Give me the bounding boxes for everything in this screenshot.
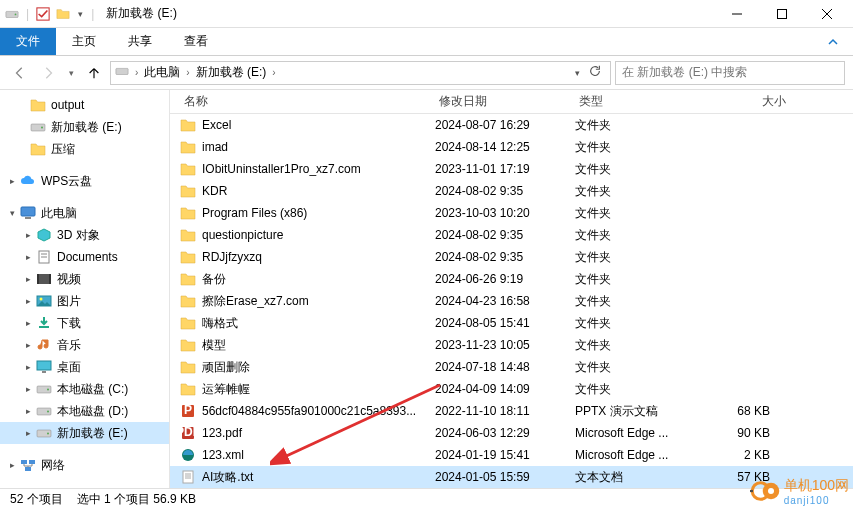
qat-dropdown-icon[interactable]: ▾ [75,6,85,22]
refresh-button[interactable] [584,64,606,81]
tab-file[interactable]: 文件 [0,28,56,55]
col-size[interactable]: 大小 [700,93,790,110]
expander-icon[interactable]: ▸ [22,274,34,284]
navigation-pane[interactable]: output新加载卷 (E:)压缩 ▸ WPS云盘 ▾ 此电脑 ▸3D 对象▸D… [0,90,170,488]
file-date: 2024-08-05 15:41 [435,316,575,330]
tree-this-pc[interactable]: ▾ 此电脑 [0,202,169,224]
tree-pc-item[interactable]: ▸桌面 [0,356,169,378]
tree-pc-item[interactable]: ▸本地磁盘 (C:) [0,378,169,400]
svg-rect-20 [39,326,49,328]
expander-icon[interactable]: ▸ [6,460,18,470]
close-button[interactable] [804,0,849,28]
tab-home[interactable]: 主页 [56,28,112,55]
file-row[interactable]: 顽固删除2024-07-18 14:48文件夹 [170,356,853,378]
drive-icon [4,6,20,22]
navbar: ▾ › 此电脑 › 新加载卷 (E:) › ▾ 在 新加载卷 (E:) 中搜索 [0,56,853,90]
tree-quick-item[interactable]: 新加载卷 (E:) [0,116,169,138]
tree-quick-item[interactable]: output [0,94,169,116]
col-name[interactable]: 名称 [180,93,435,110]
file-row[interactable]: 备份2024-06-26 9:19文件夹 [170,268,853,290]
up-button[interactable] [82,61,106,85]
expander-icon[interactable]: ▸ [22,318,34,328]
tree-network[interactable]: ▸ 网络 [0,454,169,476]
file-list[interactable]: Excel2024-08-07 16:29文件夹imad2024-08-14 1… [170,114,853,488]
file-date: 2024-08-14 12:25 [435,140,575,154]
docs-icon [36,249,52,265]
tree-pc-item[interactable]: ▸视频 [0,268,169,290]
file-row[interactable]: Excel2024-08-07 16:29文件夹 [170,114,853,136]
tab-view[interactable]: 查看 [168,28,224,55]
tree-pc-item[interactable]: ▸本地磁盘 (D:) [0,400,169,422]
expander-icon[interactable]: ▸ [22,252,34,262]
recent-dropdown[interactable]: ▾ [64,61,78,85]
maximize-button[interactable] [759,0,804,28]
address-bar[interactable]: › 此电脑 › 新加载卷 (E:) › ▾ [110,61,611,85]
file-name: 56dcf04884c955fa901000c21c5a8393... [202,404,435,418]
expander-icon[interactable]: ▸ [22,428,34,438]
breadcrumb-current[interactable]: 新加载卷 (E:) [196,64,267,81]
tree-label: output [51,98,84,112]
chevron-right-icon[interactable]: › [186,67,189,78]
tree-wps[interactable]: ▸ WPS云盘 [0,170,169,192]
tab-share[interactable]: 共享 [112,28,168,55]
tree-label: 新加载卷 (E:) [51,119,122,136]
minimize-button[interactable] [714,0,759,28]
expander-icon[interactable]: ▸ [22,406,34,416]
col-date[interactable]: 修改日期 [435,93,575,110]
expander-icon[interactable]: ▸ [22,340,34,350]
expander-icon[interactable]: ▾ [6,208,18,218]
file-row[interactable]: Program Files (x86)2023-10-03 10:20文件夹 [170,202,853,224]
file-row[interactable]: P56dcf04884c955fa901000c21c5a8393...2022… [170,400,853,422]
tree-pc-item[interactable]: ▸Documents [0,246,169,268]
tree-pc-item[interactable]: ▸下载 [0,312,169,334]
breadcrumb-root[interactable]: 此电脑 [144,64,180,81]
search-input[interactable]: 在 新加载卷 (E:) 中搜索 [615,61,845,85]
expander-icon[interactable]: ▸ [6,176,18,186]
file-row[interactable]: RDJjfzyxzq2024-08-02 9:35文件夹 [170,246,853,268]
file-row[interactable]: questionpicture2024-08-02 9:35文件夹 [170,224,853,246]
svg-rect-4 [777,9,786,18]
checkbox-icon[interactable] [35,6,51,22]
expander-icon[interactable]: ▸ [22,362,34,372]
file-row[interactable]: 擦除Erase_xz7.com2024-04-23 16:58文件夹 [170,290,853,312]
tree-label: Documents [57,250,118,264]
tree-label: 下载 [57,315,81,332]
expander-icon[interactable]: ▸ [22,296,34,306]
file-date: 2024-04-09 14:09 [435,382,575,396]
folder-icon [180,227,196,243]
qat-folder-icon[interactable] [55,6,71,22]
pc-icon [20,205,36,221]
dropdown-icon[interactable]: ▾ [575,68,580,78]
tree-pc-item[interactable]: ▸音乐 [0,334,169,356]
folder-icon [180,293,196,309]
tree-pc-item[interactable]: ▸3D 对象 [0,224,169,246]
ribbon-expand-button[interactable] [813,28,853,55]
file-row[interactable]: 嗨格式2024-08-05 15:41文件夹 [170,312,853,334]
svg-point-44 [768,488,774,494]
file-date: 2024-08-02 9:35 [435,184,575,198]
file-row[interactable]: 123.xml2024-01-19 15:41Microsoft Edge ..… [170,444,853,466]
back-button[interactable] [8,61,32,85]
file-name: 运筹帷幄 [202,381,435,398]
file-row[interactable]: PDF123.pdf2024-06-03 12:29Microsoft Edge… [170,422,853,444]
watermark-brand: 单机100网 [784,477,849,495]
tree-pc-item[interactable]: ▸图片 [0,290,169,312]
file-row[interactable]: imad2024-08-14 12:25文件夹 [170,136,853,158]
chevron-right-icon[interactable]: › [272,67,275,78]
column-header[interactable]: 名称 修改日期 类型 大小 [170,90,853,114]
chevron-right-icon[interactable]: › [135,67,138,78]
tree-label: 压缩 [51,141,75,158]
file-row[interactable]: 运筹帷幄2024-04-09 14:09文件夹 [170,378,853,400]
forward-button[interactable] [36,61,60,85]
col-type[interactable]: 类型 [575,93,700,110]
tree-pc-item[interactable]: ▸新加载卷 (E:) [0,422,169,444]
file-row[interactable]: KDR2024-08-02 9:35文件夹 [170,180,853,202]
tree-quick-item[interactable]: 压缩 [0,138,169,160]
expander-icon[interactable]: ▸ [22,230,34,240]
file-size: 2 KB [700,448,770,462]
file-row[interactable]: IObitUninstaller1Pro_xz7.com2023-11-01 1… [170,158,853,180]
file-row[interactable]: 模型2023-11-23 10:05文件夹 [170,334,853,356]
expander-icon[interactable]: ▸ [22,384,34,394]
folder-icon [30,141,46,157]
file-date: 2024-06-26 9:19 [435,272,575,286]
